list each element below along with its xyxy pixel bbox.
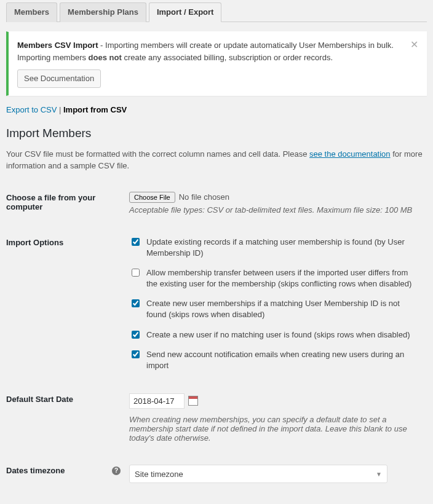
import-option-label: Create a new user if no matching user is… [146, 329, 410, 341]
import-option-label: Allow membership transfer between users … [146, 267, 421, 289]
page-title: Import Members [6, 127, 427, 140]
default-start-date-description: When creating new memberships, you can s… [129, 415, 421, 443]
default-start-date-input[interactable] [129, 393, 185, 409]
import-option-checkbox-1[interactable] [132, 269, 140, 277]
dismiss-notice-button[interactable]: ✕ [408, 38, 420, 50]
import-option-checkbox-3[interactable] [132, 331, 140, 339]
file-field-label: Choose a file from your computer [6, 181, 129, 226]
import-notice: Members CSV Import - Importing members w… [6, 31, 427, 96]
dates-timezone-select[interactable]: Site timezone ▼ [129, 465, 387, 483]
export-to-csv-link[interactable]: Export to CSV [6, 105, 57, 114]
import-options-label: Import Options [6, 226, 129, 383]
import-option-label: Create new user memberships if a matchin… [146, 298, 421, 320]
file-chosen-status: No file chosen [179, 192, 229, 202]
dates-timezone-label: Dates timezone [6, 466, 65, 475]
default-start-date-label: Default Start Date [6, 382, 129, 454]
import-option-checkbox-0[interactable] [132, 238, 140, 246]
sub-nav: Export to CSV | Import from CSV [6, 105, 427, 114]
import-option-checkbox-2[interactable] [132, 299, 140, 307]
tab-membership-plans[interactable]: Membership Plans [60, 2, 146, 22]
chevron-down-icon: ▼ [376, 471, 382, 478]
choose-file-button[interactable]: Choose File [129, 192, 175, 203]
import-option-label: Send new account notification emails whe… [146, 349, 421, 371]
see-documentation-button[interactable]: See Documentation [17, 69, 101, 88]
file-field-description: Acceptable file types: CSV or tab-delimi… [129, 205, 421, 215]
documentation-link[interactable]: see the documentation [309, 149, 391, 159]
calendar-icon[interactable] [188, 396, 198, 406]
intro-text: Your CSV file must be formatted with the… [6, 148, 427, 172]
import-option-label: Update existing records if a matching us… [146, 237, 421, 259]
import-option-checkbox-4[interactable] [132, 350, 140, 358]
tab-members[interactable]: Members [6, 2, 57, 22]
tab-import-export[interactable]: Import / Export [149, 2, 221, 22]
close-icon: ✕ [410, 39, 418, 50]
admin-tabs: Members Membership Plans Import / Export [6, 0, 427, 22]
import-from-csv-current: Import from CSV [63, 105, 127, 114]
help-icon[interactable]: ? [112, 467, 121, 475]
notice-text: Members CSV Import - Importing members w… [17, 39, 402, 63]
